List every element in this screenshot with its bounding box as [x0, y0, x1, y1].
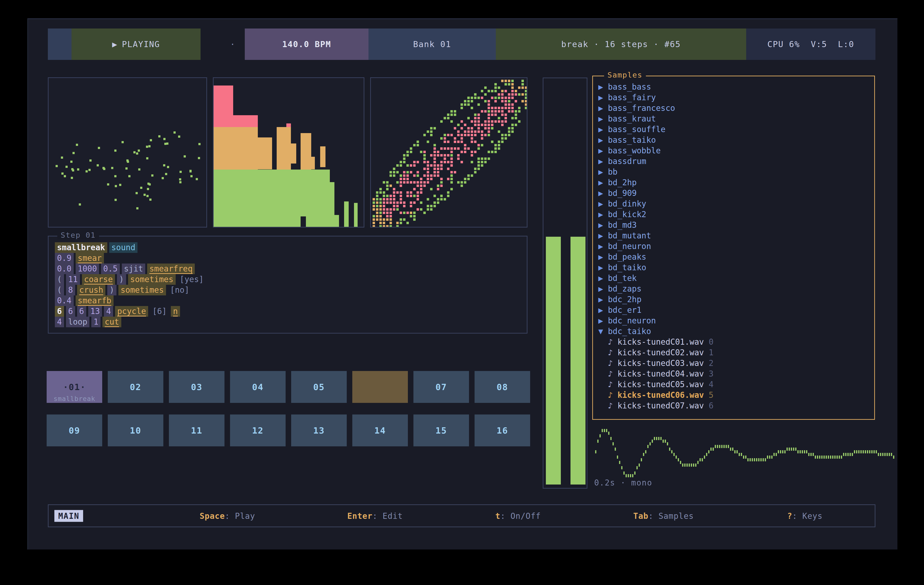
code-token[interactable]: 6 [66, 306, 75, 316]
sample-file-row[interactable]: ♪ kicks-tunedC03.wav 2 [598, 358, 872, 369]
code-token[interactable]: coarse [82, 274, 115, 285]
bank-display[interactable]: Bank 01 [368, 28, 496, 60]
sample-file-name: kicks-tunedC02.wav [618, 348, 704, 357]
code-token[interactable]: sound [109, 242, 137, 253]
code-token[interactable]: smearfreq [147, 264, 195, 274]
sample-file-row[interactable]: ♪ kicks-tunedC05.wav 4 [598, 379, 872, 390]
sample-folder-row[interactable]: ▶ bass_bass [598, 82, 872, 92]
code-token[interactable]: 8 [66, 285, 75, 295]
sample-file-row[interactable]: ♪ kicks-tunedC02.wav 1 [598, 347, 872, 358]
step-cell-05[interactable]: 05 [291, 371, 347, 403]
chevron-right-icon: ▶ [598, 284, 603, 293]
mode-badge: MAIN [54, 510, 83, 522]
code-token[interactable]: 4 [104, 306, 113, 316]
sample-folder-row[interactable]: ▶ bd_dinky [598, 199, 872, 209]
chevron-right-icon: ▶ [598, 157, 603, 166]
step-cell-04[interactable]: 04 [230, 371, 285, 403]
sample-file-name: kicks-tunedC04.wav [618, 369, 704, 379]
sample-folder-row[interactable]: ▶ bdc_er1 [598, 305, 872, 315]
step-cell-02[interactable]: 02 [108, 371, 163, 403]
sample-folder-row[interactable]: ▶ bdc_2hp [598, 294, 872, 305]
code-token[interactable]: 6 [55, 306, 64, 316]
step-cell-13[interactable]: 13 [291, 414, 347, 447]
code-token[interactable]: cut [102, 316, 121, 327]
step-cell-06[interactable]: 06 [352, 371, 408, 403]
sample-folder-row[interactable]: ▶ bd_md3 [598, 220, 872, 231]
code-token[interactable]: [6] [150, 306, 169, 316]
step-cell-01[interactable]: ·01·smallbreak [47, 371, 102, 403]
step-cell-03[interactable]: 03 [169, 371, 224, 403]
step-cell-09[interactable]: 09 [47, 414, 102, 447]
code-token[interactable]: smear [76, 253, 104, 264]
code-token[interactable]: [no] [168, 285, 191, 295]
step-code[interactable]: smallbreaksound0.9smear0.010000.5sjitsme… [55, 242, 522, 330]
samples-panel[interactable]: Samples ▶ bass_bass▶ bass_fairy▶ bass_fr… [592, 76, 875, 420]
sample-folder-row[interactable]: ▶ bd_peaks [598, 252, 872, 262]
code-token[interactable]: 4 [55, 316, 64, 327]
code-token[interactable]: pcycle [115, 306, 148, 316]
step-cell-number: 09 [69, 425, 80, 435]
chevron-right-icon: ▶ [598, 274, 603, 283]
chevron-right-icon: ▶ [598, 178, 603, 187]
code-token[interactable]: 1000 [76, 264, 99, 274]
sample-file-row[interactable]: ♪ kicks-tunedC07.wav 6 [598, 400, 872, 411]
sample-folder-row[interactable]: ▶ bd_mutant [598, 231, 872, 241]
code-token[interactable]: smearfb [76, 295, 114, 306]
sample-folder-row[interactable]: ▶ bass_wobble [598, 145, 872, 156]
sample-folder-row[interactable]: ▶ bb [598, 166, 872, 177]
code-token[interactable]: 0.5 [101, 264, 120, 274]
sample-folder-row[interactable]: ▶ bd_kick2 [598, 209, 872, 220]
code-token[interactable]: ) [117, 274, 126, 285]
sample-file-index: 4 [709, 380, 714, 389]
step-cell-07[interactable]: 07 [413, 371, 469, 403]
sample-folder-row[interactable]: ▶ bass_souffle [598, 124, 872, 135]
code-token[interactable]: n [171, 306, 180, 316]
code-token[interactable]: loop [66, 316, 89, 327]
sample-folder-row[interactable]: ▶ bd_tek [598, 273, 872, 283]
sample-folder-row[interactable]: ▶ bass_taiko [598, 135, 872, 145]
sample-folder-row[interactable]: ▶ bassdrum [598, 156, 872, 166]
code-token[interactable]: 11 [66, 274, 80, 285]
sample-folder-row[interactable]: ▶ bd_taiko [598, 262, 872, 273]
code-token[interactable]: ) [107, 285, 117, 295]
sample-folder-row[interactable]: ▶ bass_francesco [598, 103, 872, 114]
code-token[interactable]: 0.0 [55, 264, 74, 274]
sample-folder-row[interactable]: ▶ bdc_neuron [598, 315, 872, 326]
code-line: 0.010000.5sjitsmearfreq [55, 264, 522, 274]
code-token[interactable]: 0.4 [55, 295, 74, 306]
code-token[interactable]: sjit [122, 264, 145, 274]
code-token[interactable]: sometimes [128, 274, 176, 285]
transport-status[interactable]: ▶ PLAYING [71, 28, 201, 60]
sample-file-row[interactable]: ♪ kicks-tunedC01.wav 0 [598, 337, 872, 347]
transport-bar: ▶ PLAYING · 140.0 BPM Bank 01 break · 16… [48, 28, 875, 60]
code-token[interactable]: 6 [77, 306, 86, 316]
step-cell-10[interactable]: 10 [108, 414, 163, 447]
sample-folder-row[interactable]: ▶ bd_2hp [598, 177, 872, 188]
step-cell-14[interactable]: 14 [352, 414, 408, 447]
code-token[interactable]: 0.9 [55, 253, 74, 264]
sample-folder-row[interactable]: ▶ bd_zaps [598, 283, 872, 294]
step-cell-12[interactable]: 12 [230, 414, 285, 447]
sample-folder-name: bass_fairy [608, 93, 656, 102]
code-token[interactable]: [yes] [178, 274, 206, 285]
code-token[interactable]: ( [55, 285, 64, 295]
step-cell-15[interactable]: 15 [413, 414, 469, 447]
sample-folder-row[interactable]: ▶ bd_neuron [598, 241, 872, 252]
code-token[interactable]: sometimes [119, 285, 166, 295]
code-token[interactable]: crush [77, 285, 106, 295]
sample-folder-row[interactable]: ▶ bd_909 [598, 188, 872, 199]
step-cell-08[interactable]: 08 [475, 371, 530, 403]
bpm-display[interactable]: 140.0 BPM [245, 28, 368, 60]
sample-folder-row[interactable]: ▶ bass_kraut [598, 114, 872, 124]
sample-file-row[interactable]: ♪ kicks-tunedC06.wav 5 [598, 390, 872, 400]
step-cell-16[interactable]: 16 [475, 414, 530, 447]
code-token[interactable]: 1 [91, 316, 101, 327]
key-hint: Tab: Samples [633, 511, 694, 521]
code-token[interactable]: smallbreak [55, 242, 107, 253]
code-token[interactable]: ( [55, 274, 64, 285]
code-token[interactable]: 13 [88, 306, 102, 316]
step-cell-11[interactable]: 11 [169, 414, 224, 447]
sample-folder-row[interactable]: ▼ bdc_taiko [598, 326, 872, 337]
sample-folder-row[interactable]: ▶ bass_fairy [598, 92, 872, 103]
sample-file-row[interactable]: ♪ kicks-tunedC04.wav 3 [598, 369, 872, 379]
